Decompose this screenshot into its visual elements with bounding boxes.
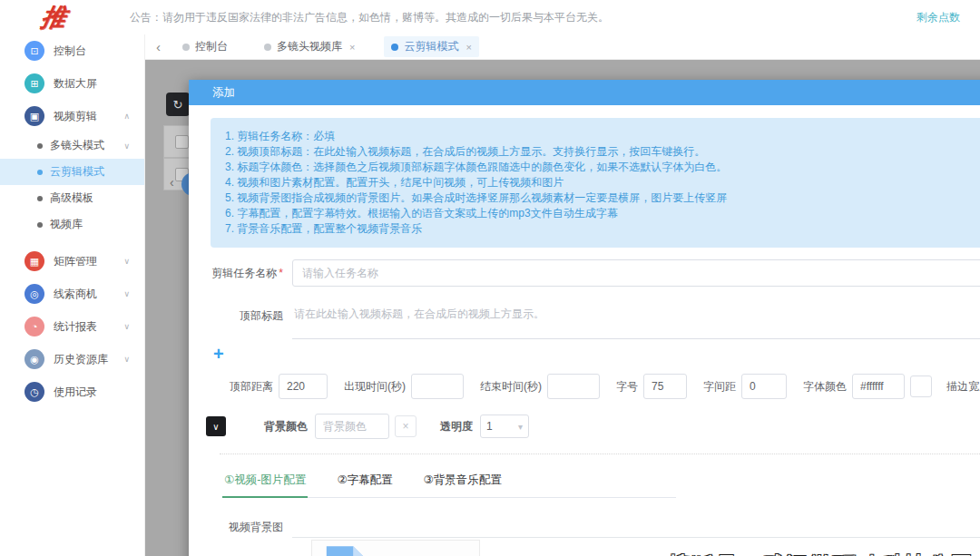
opacity-value: 1 xyxy=(486,420,493,433)
field-label: 字体颜色 xyxy=(803,379,847,395)
sidebar-subitem-advanced-template[interactable]: 高级模板 xyxy=(0,185,144,211)
chevron-down-icon: ∨ xyxy=(123,355,130,364)
top-distance-input[interactable] xyxy=(279,374,328,399)
background-color-row: ∨ 背景颜色 × 透明度 1 ▾ xyxy=(206,414,980,439)
bullet-icon xyxy=(37,222,43,228)
sidebar-item-console[interactable]: ⊡ 控制台 xyxy=(0,34,144,67)
font-color-swatch[interactable] xyxy=(910,376,932,397)
letter-spacing-input[interactable] xyxy=(741,374,787,399)
leads-icon: ◎ xyxy=(24,284,44,304)
task-name-row: 剪辑任务名称* xyxy=(189,259,980,287)
modal-title: 添加 xyxy=(189,80,980,105)
tab-multicam-library[interactable]: 多镜头视频库 × xyxy=(257,36,362,57)
video-edit-icon: ▣ xyxy=(24,106,44,126)
tab-bgm-config[interactable]: ③背景音乐配置 xyxy=(422,469,504,497)
sidebar-subitem-video-library[interactable]: 视频库 xyxy=(0,211,144,238)
tab-console[interactable]: 控制台 xyxy=(175,36,235,57)
video-bg-input[interactable] xyxy=(292,516,980,538)
dashed-divider xyxy=(220,454,980,454)
end-time-field: 结束时间(秒) xyxy=(480,374,600,399)
refresh-button[interactable]: ↻ xyxy=(166,93,190,116)
tip-line: 3. 标题字体颜色：选择颜色之后视频顶部标题字体颜色跟随选中的颜色变化，如果不选… xyxy=(225,160,980,175)
add-task-modal: 添加 1. 剪辑任务名称：必填 2. 视频顶部标题：在此处输入视频标题，在合成后… xyxy=(189,80,980,556)
announcement-text: 公告：请勿用于违反国家法律的非法广告信息，如色情，赌博等。其造成的一切后果与本平… xyxy=(130,10,609,25)
app-window: 推 公告：请勿用于违反国家法律的非法广告信息，如色情，赌博等。其造成的一切后果与… xyxy=(0,0,980,556)
chevron-down-icon: ∨ xyxy=(123,141,130,151)
bullet-icon xyxy=(37,196,43,201)
sidebar-item-label: 控制台 xyxy=(54,44,86,59)
video-bg-row: 视频背景图 xyxy=(189,516,980,538)
sidebar-item-video-edit[interactable]: ▣ 视频剪辑 ∧ xyxy=(0,100,144,132)
sidebar-subitem-label: 云剪辑模式 xyxy=(50,164,104,180)
tab-subtitle-config[interactable]: ②字幕配置 xyxy=(335,469,394,497)
add-title-button[interactable]: + xyxy=(213,346,230,361)
tip-line: 4. 视频和图片素材配置。配置开头，结尾中间视频，可上传视频和图片 xyxy=(225,175,980,190)
sidebar-subitem-cloud-edit-mode[interactable]: 云剪辑模式 xyxy=(0,159,144,185)
tip-line: 2. 视频顶部标题：在此处输入视频标题，在合成后的视频上方显示。支持换行显示，按… xyxy=(225,144,980,160)
chevron-down-icon: ∨ xyxy=(123,289,130,298)
start-time-input[interactable] xyxy=(411,374,464,399)
top-title-row: 顶部标题 xyxy=(189,303,980,339)
video-bg-upload-box[interactable] xyxy=(311,540,480,556)
row-checkbox[interactable] xyxy=(175,135,189,149)
usage-log-icon: ◷ xyxy=(24,382,44,402)
tip-line: 6. 字幕配置，配置字幕特效。根据输入的语音文案或上传的mp3文件自动生成字幕 xyxy=(225,206,980,221)
opacity-label: 透明度 xyxy=(440,419,473,434)
top-bar: 推 公告：请勿用于违反国家法律的非法广告信息，如色情，赌博等。其造成的一切后果与… xyxy=(0,0,980,34)
sidebar-item-reports[interactable]: ◔ 统计报表 ∨ xyxy=(0,310,144,343)
collapse-button[interactable]: ∨ xyxy=(206,416,226,436)
close-icon[interactable]: × xyxy=(466,42,471,53)
tip-line: 7. 背景音乐配置，配置整个视频背景音乐 xyxy=(225,221,980,237)
bg-color-label: 背景颜色 xyxy=(264,419,308,434)
carousel-prev-icon[interactable]: ‹ xyxy=(170,175,174,190)
tab-label: 多镜头视频库 xyxy=(277,39,342,54)
tabs-scroll-left-icon[interactable]: ‹ xyxy=(156,40,161,54)
required-mark: * xyxy=(279,267,283,279)
app-logo: 推 xyxy=(38,1,68,34)
opacity-select[interactable]: 1 ▾ xyxy=(480,415,529,438)
sidebar-subitem-multicam-mode[interactable]: 多镜头模式 ∨ xyxy=(0,132,144,159)
task-name-label: 剪辑任务名称* xyxy=(189,266,283,281)
letter-spacing-field: 字间距 xyxy=(703,374,787,399)
sidebar-subitem-label: 多镜头模式 xyxy=(50,138,104,153)
sidebar-subitem-label: 视频库 xyxy=(50,217,83,232)
close-icon[interactable]: × xyxy=(349,42,355,53)
field-label: 出现时间(秒) xyxy=(344,379,406,395)
sidebar-subitem-label: 高级模板 xyxy=(50,190,93,206)
task-name-input[interactable] xyxy=(292,259,980,287)
sidebar-item-matrix[interactable]: ▦ 矩阵管理 ∨ xyxy=(0,245,144,278)
main-area: ‹ 控制台 多镜头视频库 × 云剪辑模式 × ↻ xyxy=(145,34,980,556)
field-label: 顶部距离 xyxy=(230,379,273,395)
chevron-down-icon: ∨ xyxy=(212,422,219,432)
page-tab-bar: ‹ 控制台 多镜头视频库 × 云剪辑模式 × xyxy=(145,34,980,60)
chevron-up-icon: ∧ xyxy=(123,112,130,121)
field-label: 字号 xyxy=(616,379,638,395)
font-size-input[interactable] xyxy=(643,374,687,399)
clear-color-button[interactable]: × xyxy=(395,415,416,437)
history-icon: ◉ xyxy=(24,349,44,369)
sidebar-item-leads[interactable]: ◎ 线索商机 ∨ xyxy=(0,278,144,310)
field-label: 结束时间(秒) xyxy=(480,379,542,395)
report-icon: ◔ xyxy=(24,317,44,337)
sidebar-item-history-library[interactable]: ◉ 历史资源库 ∨ xyxy=(0,343,144,376)
file-icon xyxy=(325,546,365,556)
sidebar-item-usage-log[interactable]: ◷ 使用记录 xyxy=(0,376,144,408)
font-size-field: 字号 xyxy=(616,374,687,399)
bg-color-input[interactable] xyxy=(315,414,389,439)
sidebar-item-dashboard[interactable]: ⊞ 数据大屏 xyxy=(0,67,144,100)
matrix-icon: ▦ xyxy=(24,251,44,271)
watermark-text: 搜狐号@武汉微驱动科技公司 xyxy=(669,551,975,556)
remaining-points-link[interactable]: 剩余点数 xyxy=(916,10,960,25)
top-title-textarea[interactable] xyxy=(292,303,980,339)
sidebar-item-label: 数据大屏 xyxy=(54,76,97,92)
end-time-input[interactable] xyxy=(547,374,600,399)
console-icon: ⊡ xyxy=(24,41,44,61)
tab-cloud-edit-mode[interactable]: 云剪辑模式 × xyxy=(384,36,478,57)
tab-label: 控制台 xyxy=(195,39,228,54)
tab-dot-icon xyxy=(182,44,190,51)
font-color-input[interactable] xyxy=(852,374,905,399)
chevron-down-icon: ▾ xyxy=(518,422,523,432)
tab-video-image-config[interactable]: ①视频-图片配置 xyxy=(222,469,308,498)
stroke-width-field: 描边宽度 xyxy=(946,374,980,399)
chevron-down-icon: ∨ xyxy=(123,322,130,331)
